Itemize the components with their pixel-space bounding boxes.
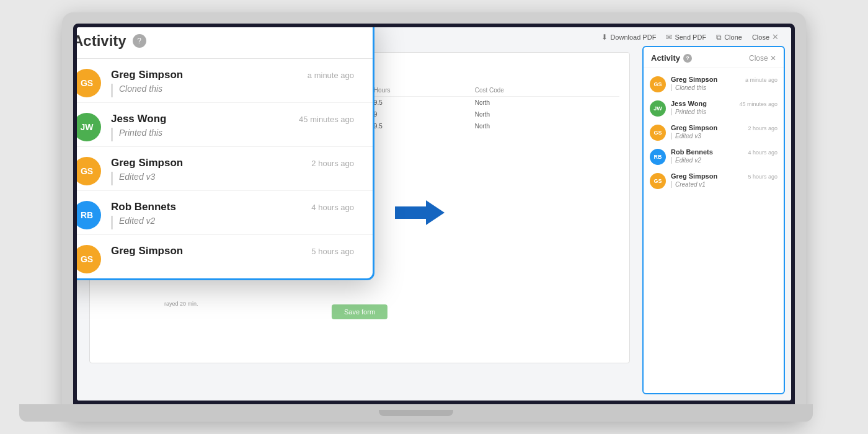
- small-avatar-initials: GS: [653, 178, 662, 184]
- activity-user-name: Rob Bennets: [111, 201, 176, 213]
- large-activity-item: RB Rob Bennets 4 hours ago Edited v2: [77, 191, 373, 235]
- laptop-notch: [379, 410, 453, 416]
- small-activity-item: GS Greg Simpson 5 hours ago Created v1: [644, 169, 784, 193]
- download-pdf-label: Download PDF: [610, 33, 656, 41]
- screen-content: ⬇ Download PDF ✉ Send PDF ⧉ Clone Close …: [77, 27, 791, 401]
- small-panel-header: Activity ? Close ✕: [644, 47, 784, 68]
- small-activity-item: JW Jess Wong 45 minutes ago Printed this: [644, 96, 784, 120]
- small-item-content: Greg Simpson 2 hours ago Edited v3: [671, 124, 777, 140]
- small-user-name: Greg Simpson: [671, 172, 717, 180]
- small-activity-action: Created v1: [671, 181, 777, 188]
- clone-button[interactable]: ⧉ Clone: [716, 33, 742, 42]
- large-item-content: Greg Simpson a minute ago Cloned this: [111, 69, 354, 97]
- send-icon: ✉: [666, 33, 672, 42]
- large-panel-header: Activity ?: [77, 27, 373, 59]
- small-activity-action: Edited v3: [671, 133, 777, 140]
- large-avatar: RB: [77, 201, 101, 229]
- activity-action: Printed this: [111, 128, 354, 141]
- large-avatar: GS: [77, 69, 101, 97]
- small-activity-panel: Activity ? Close ✕ GS Greg S: [642, 46, 785, 394]
- table-cell: 9.5: [369, 97, 470, 109]
- avatar-initials: GS: [81, 78, 93, 88]
- small-activity-time: a minute ago: [745, 77, 777, 83]
- activity-action: Cloned this: [111, 84, 354, 97]
- arrow-container: [395, 197, 445, 231]
- avatar-initials: RB: [81, 210, 93, 220]
- small-user-name: Greg Simpson: [671, 124, 717, 131]
- large-item-content: Rob Bennets 4 hours ago Edited v2: [111, 201, 354, 229]
- large-activity-item: GS Greg Simpson 5 hours ago: [77, 235, 373, 278]
- large-avatar: JW: [77, 113, 101, 141]
- large-item-content: Greg Simpson 5 hours ago: [111, 245, 354, 260]
- col-hours: Hours: [369, 84, 470, 97]
- small-activity-list: GS Greg Simpson a minute ago Cloned this…: [644, 68, 784, 383]
- activity-action: Edited v3: [111, 172, 354, 185]
- small-avatar-initials: JW: [653, 105, 662, 112]
- screen-bezel: ⬇ Download PDF ✉ Send PDF ⧉ Clone Close …: [73, 24, 795, 404]
- save-form-button[interactable]: Save form: [332, 304, 388, 319]
- small-item-header: Greg Simpson a minute ago: [671, 76, 777, 83]
- large-item-header: Rob Bennets 4 hours ago: [111, 201, 354, 213]
- svg-marker-0: [395, 200, 445, 225]
- small-item-content: Greg Simpson 5 hours ago Created v1: [671, 172, 777, 188]
- avatar-initials: JW: [81, 122, 94, 132]
- small-activity-item: RB Rob Bennets 4 hours ago Edited v2: [644, 144, 784, 169]
- small-activity-time: 45 minutes ago: [739, 101, 777, 107]
- send-pdf-button[interactable]: ✉ Send PDF: [666, 33, 706, 42]
- large-activity-item: GS Greg Simpson 2 hours ago Edited v3: [77, 147, 373, 191]
- close-button[interactable]: Close ✕: [752, 32, 779, 42]
- laptop-screen: ⬇ Download PDF ✉ Send PDF ⧉ Clone Close …: [77, 27, 791, 401]
- small-activity-item: GS Greg Simpson a minute ago Cloned this: [644, 72, 784, 96]
- small-activity-action: Cloned this: [671, 84, 777, 91]
- small-avatar: JW: [650, 100, 666, 117]
- small-item-content: Rob Bennets 4 hours ago Edited v2: [671, 148, 777, 164]
- small-panel-title-text: Activity: [651, 53, 680, 63]
- large-item-content: Greg Simpson 2 hours ago Edited v3: [111, 157, 354, 185]
- large-activity-item: GS Greg Simpson a minute ago Cloned this: [77, 59, 373, 103]
- large-item-header: Greg Simpson 2 hours ago: [111, 157, 354, 169]
- activity-user-name: Greg Simpson: [111, 69, 183, 81]
- delayed-text: rayed 20 min.: [164, 301, 198, 307]
- small-item-header: Greg Simpson 5 hours ago: [671, 172, 777, 180]
- activity-user-name: Greg Simpson: [111, 157, 183, 169]
- large-avatar: GS: [77, 157, 101, 185]
- activity-user-name: Greg Simpson: [111, 245, 183, 257]
- clone-icon: ⧉: [716, 33, 722, 42]
- large-item-header: Jess Wong 45 minutes ago: [111, 113, 354, 125]
- large-item-header: Greg Simpson a minute ago: [111, 69, 354, 81]
- large-avatar: GS: [77, 245, 101, 273]
- download-icon: ⬇: [601, 33, 608, 42]
- table-cell: North: [470, 97, 619, 109]
- small-avatar-initials: GS: [653, 81, 662, 87]
- avatar-initials: GS: [81, 254, 93, 264]
- small-activity-time: 5 hours ago: [748, 174, 777, 180]
- small-panel-close[interactable]: Close ✕: [749, 54, 776, 63]
- avatar-initials: GS: [81, 166, 93, 176]
- toolbar: ⬇ Download PDF ✉ Send PDF ⧉ Clone Close …: [601, 32, 779, 42]
- small-activity-action: Edited v2: [671, 157, 777, 164]
- large-item-header: Greg Simpson 5 hours ago: [111, 245, 354, 257]
- small-activity-time: 4 hours ago: [748, 149, 777, 156]
- small-item-header: Rob Bennets 4 hours ago: [671, 148, 777, 156]
- close-label: Close: [752, 33, 769, 41]
- table-cell: 9.5: [369, 120, 470, 132]
- small-user-name: Jess Wong: [671, 100, 707, 107]
- small-avatar: RB: [650, 149, 666, 165]
- table-cell: 9: [369, 108, 470, 120]
- col-cost-code: Cost Code: [470, 84, 619, 97]
- small-help-icon[interactable]: ?: [683, 54, 692, 63]
- activity-time: a minute ago: [308, 71, 354, 80]
- download-pdf-button[interactable]: ⬇ Download PDF: [601, 33, 656, 42]
- activity-action: Edited v2: [111, 216, 354, 229]
- clone-label: Clone: [724, 33, 742, 41]
- small-item-header: Jess Wong 45 minutes ago: [671, 100, 777, 107]
- table-cell: North: [470, 108, 619, 120]
- send-pdf-label: Send PDF: [675, 33, 706, 41]
- small-user-name: Rob Bennets: [671, 148, 713, 156]
- arrow-icon: [395, 197, 445, 228]
- table-cell: North: [470, 120, 619, 132]
- large-help-icon[interactable]: ?: [133, 34, 146, 48]
- activity-time: 45 minutes ago: [299, 115, 354, 124]
- activity-time: 4 hours ago: [311, 203, 354, 212]
- small-item-content: Jess Wong 45 minutes ago Printed this: [671, 100, 777, 115]
